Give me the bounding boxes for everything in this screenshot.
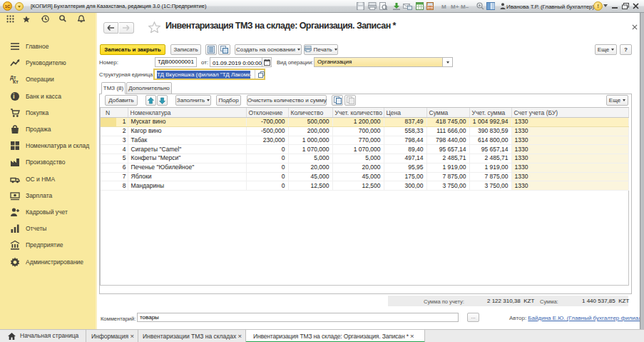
svg-text:Кт: Кт	[13, 79, 19, 84]
svg-text:i: i	[13, 92, 15, 100]
